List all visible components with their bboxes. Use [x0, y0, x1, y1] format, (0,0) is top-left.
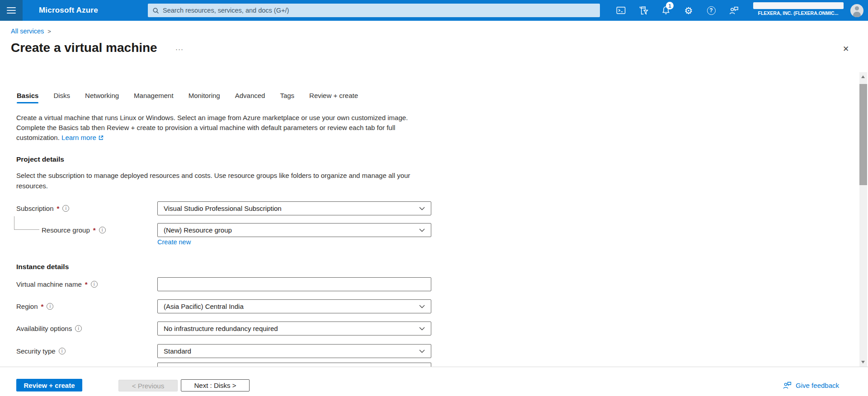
create-new-link[interactable]: Create new [157, 238, 191, 246]
availability-options-dropdown[interactable]: No infrastructure redundancy required [157, 321, 431, 335]
subscription-dropdown[interactable]: Visual Studio Professional Subscription [157, 201, 431, 215]
breadcrumb-separator: > [47, 28, 51, 35]
resource-group-dropdown[interactable]: (New) Resource group [157, 223, 431, 237]
help-icon[interactable]: ? [700, 0, 722, 21]
page-title: Create a virtual machine [11, 41, 157, 55]
chevron-down-icon [419, 349, 425, 353]
region-row: Region* i (Asia Pacific) Central India [16, 299, 432, 313]
required-asterisk: * [57, 205, 60, 212]
subscription-row: Subscription* i Visual Studio Profession… [16, 201, 432, 215]
required-asterisk: * [93, 226, 96, 234]
project-details-heading: Project details [16, 155, 64, 163]
availability-options-info-icon[interactable]: i [75, 325, 82, 332]
chevron-down-icon [419, 305, 425, 308]
scrollbar[interactable] [859, 72, 867, 367]
resource-group-info-icon[interactable]: i [99, 227, 106, 233]
breadcrumb: All services > [11, 28, 51, 35]
directory-filter-icon[interactable] [632, 0, 655, 21]
external-link-icon [98, 135, 104, 140]
scrollbar-down-arrow-icon[interactable] [861, 361, 865, 363]
breadcrumb-all-services-link[interactable]: All services [11, 28, 44, 35]
tab-management[interactable]: Management [134, 92, 174, 103]
notifications-bell-icon[interactable]: 1 [655, 0, 677, 21]
security-type-label: Security type i [16, 344, 66, 358]
previous-button: < Previous [118, 380, 178, 391]
tab-networking[interactable]: Networking [85, 92, 119, 103]
feedback-person-icon [783, 381, 792, 390]
chevron-down-icon [419, 207, 425, 210]
region-label: Region* i [16, 299, 53, 313]
feedback-person-icon[interactable] [722, 0, 745, 21]
scrollbar-thumb[interactable] [859, 84, 867, 185]
tab-tags[interactable]: Tags [280, 92, 294, 103]
settings-gear-icon[interactable]: ⚙ [677, 0, 700, 21]
tab-basics[interactable]: Basics [17, 92, 38, 103]
vm-name-input[interactable] [157, 277, 431, 291]
tab-advanced[interactable]: Advanced [235, 92, 265, 103]
close-icon[interactable]: ✕ [843, 45, 849, 53]
availability-options-label: Availability options i [16, 321, 82, 335]
topbar-icons: 1 ⚙ ? [609, 0, 745, 21]
chevron-down-icon [419, 327, 425, 331]
search-icon [152, 7, 159, 14]
instance-details-heading: Instance details [16, 263, 69, 271]
required-asterisk: * [85, 280, 88, 288]
azure-brand-logo[interactable]: Microsoft Azure [39, 0, 98, 21]
tab-review-create[interactable]: Review + create [309, 92, 358, 103]
footer-divider [0, 367, 868, 367]
resource-group-label: Resource group* i [42, 223, 106, 237]
chevron-down-icon [419, 228, 425, 232]
learn-more-link[interactable]: Learn more [61, 134, 104, 141]
vm-name-row: Virtual machine name* i [16, 277, 432, 291]
region-info-icon[interactable]: i [47, 303, 53, 310]
notification-count-badge: 1 [666, 2, 674, 9]
tab-disks[interactable]: Disks [53, 92, 70, 103]
security-type-info-icon[interactable]: i [59, 348, 66, 354]
account-menu[interactable]: FLEXERA, INC. (FLEXERA.ONMIC... [750, 2, 847, 16]
account-tenant: FLEXERA, INC. (FLEXERA.ONMIC... [750, 10, 847, 16]
global-search[interactable] [148, 4, 600, 17]
account-name-redacted [753, 2, 844, 9]
subscription-label: Subscription* i [16, 201, 69, 215]
tab-monitoring[interactable]: Monitoring [189, 92, 220, 103]
vm-name-label: Virtual machine name* i [16, 277, 98, 291]
give-feedback-link[interactable]: Give feedback [783, 381, 839, 390]
security-type-dropdown[interactable]: Standard [157, 344, 431, 358]
tab-description: Create a virtual machine that runs Linux… [16, 113, 427, 143]
top-bar: Microsoft Azure [0, 0, 868, 21]
next-field-clipped [157, 363, 431, 367]
hamburger-menu-icon[interactable] [0, 0, 23, 21]
region-dropdown[interactable]: (Asia Pacific) Central India [157, 299, 431, 313]
subscription-info-icon[interactable]: i [62, 205, 69, 212]
avatar[interactable] [850, 4, 863, 17]
next-disks-button[interactable]: Next : Disks > [181, 379, 250, 391]
azure-portal: Microsoft Azure [0, 0, 868, 396]
vm-name-info-icon[interactable]: i [91, 281, 98, 288]
scrollbar-up-arrow-icon[interactable] [861, 75, 865, 78]
resource-group-row: Resource group* i (New) Resource group [16, 223, 432, 237]
cloud-shell-icon[interactable] [609, 0, 632, 21]
search-input[interactable] [163, 7, 595, 14]
title-overflow-menu-icon[interactable]: ··· [175, 45, 184, 53]
availability-options-row: Availability options i No infrastructure… [16, 321, 432, 335]
project-details-description: Select the subscription to manage deploy… [16, 171, 427, 191]
required-asterisk: * [41, 303, 44, 310]
review-create-button[interactable]: Review + create [16, 379, 82, 391]
security-type-row: Security type i Standard [16, 344, 432, 358]
wizard-tabs: Basics Disks Networking Management Monit… [17, 92, 358, 103]
